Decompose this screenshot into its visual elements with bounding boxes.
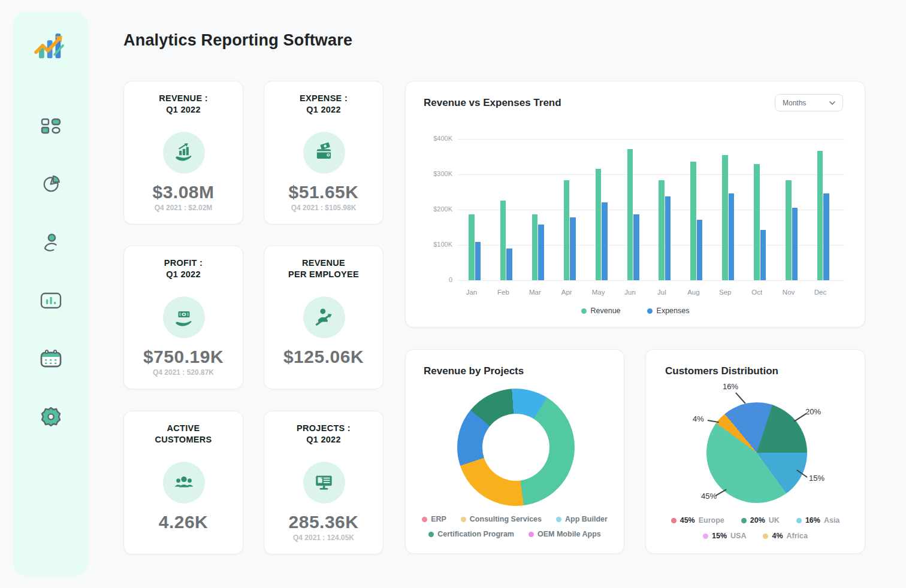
revenue-bar[interactable] <box>690 162 696 280</box>
kpi-subvalue: Q4 2021 : $105.98K <box>264 204 383 212</box>
expenses-bar[interactable] <box>633 214 639 280</box>
y-axis-tick-label: $300K <box>410 170 452 177</box>
gridline <box>458 139 844 140</box>
legend-item-expenses[interactable]: Expenses <box>647 307 690 315</box>
kpi-value: $750.19K <box>124 347 243 367</box>
legend-label: Revenue <box>591 307 621 315</box>
dashboard-icon[interactable] <box>40 115 62 138</box>
kpi-value: 285.36K <box>264 512 383 532</box>
donut-hole <box>482 414 549 481</box>
legend-item-consulting-services[interactable]: Consulting Services <box>461 515 542 523</box>
legend-item-uk[interactable]: 20% UK <box>741 516 780 525</box>
kpi-subvalue: Q4 2021 : $2.02M <box>124 204 243 212</box>
customers-group-icon <box>163 462 205 504</box>
expenses-bar[interactable] <box>697 220 703 281</box>
interval-dropdown[interactable]: Months <box>775 94 843 111</box>
revenue-bar[interactable] <box>532 214 538 280</box>
app-logo-icon[interactable] <box>33 28 69 63</box>
pie-callout-uk: 20% <box>805 407 821 416</box>
user-icon[interactable] <box>40 231 62 254</box>
legend-item-revenue[interactable]: Revenue <box>581 307 621 315</box>
x-axis-tick-label: Dec <box>808 289 832 296</box>
revenue-bar[interactable] <box>469 214 475 280</box>
customers-chart-title: Customers Distribution <box>665 365 778 377</box>
gridline <box>458 174 844 175</box>
chevron-down-icon <box>829 101 835 105</box>
pie-chart-icon[interactable] <box>40 173 62 196</box>
expenses-bar[interactable] <box>475 242 481 280</box>
legend-item-europe[interactable]: 45% Europe <box>671 516 724 525</box>
expenses-bar[interactable] <box>823 193 829 280</box>
expenses-bar[interactable] <box>538 225 544 280</box>
expenses-bar[interactable] <box>570 217 576 280</box>
expenses-bar[interactable] <box>602 202 608 280</box>
callout-line <box>735 392 745 404</box>
legend-label: App Builder <box>565 515 608 523</box>
kpi-card-revenue: REVENUE :Q1 2022 $3.08M Q4 2021 : $2.02M <box>123 81 243 225</box>
revenue-bar[interactable] <box>754 164 760 280</box>
revenue-expenses-trend-panel: Revenue vs Expenses Trend Months $400K$3… <box>405 81 865 328</box>
legend-dot <box>428 532 434 537</box>
legend-percent: 20% <box>750 516 765 525</box>
y-axis-tick-label: $100K <box>410 241 452 248</box>
hand-holding-money-icon <box>163 296 205 338</box>
callout-line <box>708 420 719 423</box>
revenue-bar[interactable] <box>786 180 792 280</box>
legend-item-app-builder[interactable]: App Builder <box>556 515 608 523</box>
expenses-bar[interactable] <box>506 248 512 280</box>
y-axis-tick-label: 0 <box>410 276 452 283</box>
y-axis-tick-label: $200K <box>410 205 452 213</box>
legend-label: ERP <box>431 515 446 523</box>
legend-label: OEM Mobile Apps <box>537 530 601 538</box>
trend-legend: RevenueExpenses <box>406 307 865 315</box>
projects-legend-row: Certification ProgramOEM Mobile Apps <box>406 530 624 538</box>
employee-growth-icon <box>303 296 345 338</box>
legend-item-erp[interactable]: ERP <box>422 515 446 523</box>
expenses-bar[interactable] <box>665 196 671 280</box>
legend-percent: 45% <box>680 516 695 525</box>
legend-dot <box>647 308 653 314</box>
revenue-bar[interactable] <box>659 180 665 280</box>
legend-percent: 16% <box>805 516 820 525</box>
expenses-bar[interactable] <box>729 193 735 280</box>
legend-label: Consulting Services <box>470 515 542 523</box>
legend-label: UK <box>769 516 780 525</box>
revenue-bar[interactable] <box>817 151 823 280</box>
legend-item-certification-program[interactable]: Certification Program <box>428 530 514 538</box>
calendar-icon[interactable] <box>40 347 62 370</box>
page-title: Analytics Reporting Software <box>123 31 352 50</box>
legend-item-usa[interactable]: 15% USA <box>703 532 746 540</box>
trend-plot-area <box>458 139 844 280</box>
revenue-bar[interactable] <box>596 169 602 280</box>
legend-dot <box>671 518 677 523</box>
legend-item-africa[interactable]: 4% Africa <box>763 532 808 540</box>
legend-item-asia[interactable]: 16% Asia <box>796 516 839 525</box>
expenses-bar[interactable] <box>760 230 766 280</box>
expenses-bar[interactable] <box>792 208 798 281</box>
customers-legend-row: 15% USA4% Africa <box>646 532 865 540</box>
customers-pie-chart[interactable] <box>706 402 807 503</box>
sidebar <box>13 12 88 576</box>
analytics-dashboard: Analytics Reporting Software REVENUE :Q1… <box>0 0 906 588</box>
callout-line <box>715 489 727 496</box>
x-axis-tick-label: Mar <box>523 289 547 296</box>
y-axis-tick-label: $400K <box>410 135 452 142</box>
kpi-card-profit: PROFIT :Q1 2022 $750.19K Q4 2021 : 520.8… <box>123 245 243 389</box>
x-axis-tick-label: Apr <box>555 289 579 296</box>
kpi-title: ACTIVECUSTOMERS <box>124 423 243 445</box>
projects-chart-title: Revenue by Projects <box>424 365 524 377</box>
revenue-bar[interactable] <box>627 149 633 281</box>
x-axis-tick-label: Jun <box>618 289 642 296</box>
legend-dot <box>422 517 427 522</box>
legend-dot <box>703 534 708 539</box>
x-axis-tick-label: Jul <box>650 289 674 296</box>
legend-dot <box>461 517 466 522</box>
revenue-bar[interactable] <box>500 201 506 280</box>
legend-item-oem-mobile-apps[interactable]: OEM Mobile Apps <box>528 530 601 538</box>
settings-icon[interactable] <box>40 405 62 428</box>
revenue-bar[interactable] <box>722 155 728 280</box>
revenue-bar[interactable] <box>564 180 570 280</box>
wallet-icon <box>303 132 345 174</box>
bar-chart-icon[interactable] <box>40 289 62 312</box>
legend-percent: 15% <box>712 532 727 540</box>
